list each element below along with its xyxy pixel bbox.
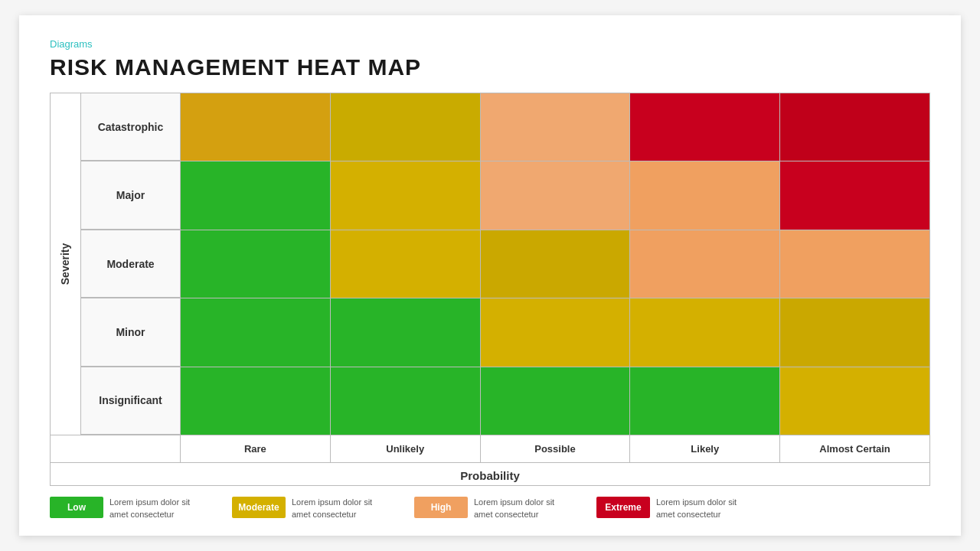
grid-row: Moderate — [81, 230, 929, 298]
grid-section: CatastrophicMajorModerateMinorInsignific… — [81, 93, 929, 435]
legend-text: Lorem ipsum dolor sit amet consectetur — [656, 497, 756, 520]
legend-badge: Low — [50, 497, 103, 518]
grid-cell — [331, 161, 481, 229]
row-label: Major — [116, 189, 145, 201]
grid-row: Minor — [81, 298, 929, 367]
slide: Diagrams RISK MANAGEMENT HEAT MAP Severi… — [19, 15, 961, 536]
grid-cell — [630, 298, 780, 366]
grid-cell — [181, 230, 331, 298]
matrix-top: Severity CatastrophicMajorModerateMinorI… — [51, 93, 929, 435]
row-label: Minor — [116, 326, 145, 338]
prob-label-cell: Unlikely — [331, 435, 481, 462]
legend-item: ExtremeLorem ipsum dolor sit amet consec… — [596, 497, 756, 520]
severity-label: Severity — [60, 243, 72, 285]
grid-cell — [481, 298, 631, 366]
row-label: Catastrophic — [98, 121, 164, 133]
grid-cell — [181, 367, 331, 435]
grid-row: Insignificant — [81, 367, 929, 435]
row-label-col: Catastrophic — [81, 93, 181, 161]
severity-label-col: Severity — [51, 93, 81, 435]
grid-cell — [780, 161, 929, 229]
grid-cell — [630, 367, 780, 435]
grid-row: Catastrophic — [81, 93, 929, 161]
grid-cell — [780, 367, 929, 435]
grid-cell — [331, 93, 481, 161]
legend-badge: High — [414, 497, 468, 518]
row-label-col: Insignificant — [81, 367, 181, 435]
grid-row: Major — [81, 161, 929, 230]
grid-cell — [331, 230, 481, 298]
legend-text: Lorem ipsum dolor sit amet consectetur — [292, 497, 391, 520]
grid-cell — [481, 93, 631, 161]
page-title: RISK MANAGEMENT HEAT MAP — [50, 54, 930, 80]
legend-badge: Moderate — [232, 497, 286, 518]
grid-cell — [481, 161, 631, 229]
grid-cell — [481, 367, 631, 435]
legend-badge: Extreme — [596, 497, 650, 518]
legend-item: LowLorem ipsum dolor sit amet consectetu… — [50, 497, 209, 520]
matrix-wrapper: Severity CatastrophicMajorModerateMinorI… — [50, 93, 930, 486]
grid-cell — [780, 230, 929, 298]
prob-labels-row: RareUnlikelyPossibleLikelyAlmost Certain — [51, 435, 929, 462]
grid-cell — [331, 367, 481, 435]
row-label: Moderate — [106, 258, 154, 270]
row-label: Insignificant — [99, 394, 162, 406]
row-label-col: Moderate — [81, 230, 181, 298]
grid-cell — [630, 230, 780, 298]
grid-cell — [630, 161, 780, 229]
grid-cell — [181, 93, 331, 161]
grid-cell — [331, 298, 481, 366]
grid-cell — [630, 93, 780, 161]
grid-cell — [481, 230, 631, 298]
grid-cell — [780, 93, 929, 161]
legend-text: Lorem ipsum dolor sit amet consectetur — [474, 497, 573, 520]
probability-axis: Probability — [51, 462, 929, 485]
prob-label-cell: Possible — [481, 435, 631, 462]
breadcrumb: Diagrams — [50, 38, 930, 50]
legend-text: Lorem ipsum dolor sit amet consectetur — [109, 497, 209, 520]
prob-label-cell: Rare — [181, 435, 331, 462]
prob-label-cell: Almost Certain — [780, 435, 929, 462]
prob-label-spacer — [51, 435, 181, 462]
legend-item: HighLorem ipsum dolor sit amet consectet… — [414, 497, 573, 520]
legend-item: ModerateLorem ipsum dolor sit amet conse… — [232, 497, 391, 520]
grid-cell — [780, 298, 929, 366]
row-label-col: Major — [81, 161, 181, 229]
grid-cell — [181, 161, 331, 229]
prob-label-cell: Likely — [630, 435, 780, 462]
row-label-col: Minor — [81, 298, 181, 366]
grid-cell — [181, 298, 331, 366]
legend-row: LowLorem ipsum dolor sit amet consectetu… — [50, 486, 930, 520]
